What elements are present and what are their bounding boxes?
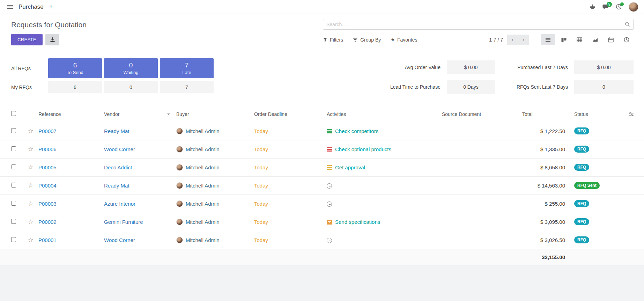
header-buyer[interactable]: Buyer (176, 107, 254, 122)
my-rfqs-label[interactable]: My RFQs (11, 85, 46, 90)
user-avatar[interactable] (629, 2, 638, 12)
debug-bug-icon[interactable] (590, 4, 595, 10)
search-bar[interactable] (323, 19, 634, 30)
reference-link[interactable]: P00004 (38, 183, 57, 189)
search-icon[interactable] (625, 22, 630, 27)
activity-view-button[interactable] (620, 34, 634, 45)
vendor-link[interactable]: Azure Interior (104, 201, 135, 207)
header-total[interactable]: Total (522, 107, 566, 122)
header-reference[interactable]: Reference (38, 107, 104, 122)
row-checkbox[interactable] (11, 128, 16, 133)
buyer-name[interactable]: Mitchell Admin (186, 146, 220, 152)
favorite-star-icon[interactable]: ☆ (28, 164, 34, 171)
activity-type-icon[interactable] (327, 165, 332, 170)
table-row[interactable]: ☆ P00005 Deco Addict Mitchell Admin Toda… (0, 158, 644, 176)
favorite-star-icon[interactable]: ☆ (28, 218, 34, 225)
filters-button[interactable]: Filters (323, 37, 343, 43)
row-checkbox[interactable] (11, 146, 16, 151)
header-optional-columns[interactable] (618, 107, 644, 122)
topbar-right-icons: 5 (590, 2, 638, 12)
activity-clock-icon[interactable] (327, 183, 332, 189)
create-button[interactable]: CREATE (11, 34, 43, 45)
buyer-name[interactable]: Mitchell Admin (186, 237, 220, 243)
row-checkbox[interactable] (11, 219, 16, 224)
calendar-view-button[interactable] (604, 34, 618, 45)
reference-link[interactable]: P00006 (38, 146, 57, 152)
filters-label: Filters (330, 37, 343, 43)
waiting-box[interactable]: 0 Waiting (104, 58, 158, 78)
group-by-button[interactable]: Group By (353, 37, 381, 43)
header-status[interactable]: Status (566, 107, 618, 122)
pager-next-button[interactable]: › (518, 35, 529, 45)
total-amount: $ 3,026.50 (540, 237, 565, 243)
activity-type-icon[interactable] (327, 147, 332, 152)
plus-icon[interactable]: + (49, 3, 53, 10)
favorites-button[interactable]: ★ Favorites (391, 37, 417, 43)
vendor-link[interactable]: Ready Mat (104, 183, 129, 189)
header-activities[interactable]: Activities (327, 107, 442, 122)
kanban-view-button[interactable] (557, 34, 571, 45)
my-waiting-tile[interactable]: 0 (104, 81, 158, 93)
purchased-last-7-days-label: Purchased Last 7 Days (501, 65, 568, 70)
table-row[interactable]: ☆ P00006 Wood Corner Mitchell Admin Toda… (0, 140, 644, 158)
pivot-view-button[interactable] (572, 34, 586, 45)
reference-link[interactable]: P00003 (38, 201, 57, 207)
favorite-star-icon[interactable]: ☆ (28, 236, 34, 243)
search-input[interactable] (326, 22, 625, 27)
header-source-document[interactable]: Source Document (442, 107, 522, 122)
row-checkbox[interactable] (11, 164, 16, 169)
reference-link[interactable]: P00001 (38, 237, 57, 243)
table-row[interactable]: ☆ P00001 Wood Corner Mitchell Admin Toda… (0, 231, 644, 249)
activity-mail-icon[interactable] (327, 220, 332, 225)
late-box[interactable]: 7 Late (160, 58, 214, 78)
graph-view-button[interactable] (588, 34, 602, 45)
row-checkbox[interactable] (11, 237, 16, 242)
app-menu-purchase[interactable]: Purchase (18, 3, 44, 10)
row-checkbox[interactable] (11, 183, 16, 188)
table-row[interactable]: ☆ P00002 Gemini Furniture Mitchell Admin… (0, 213, 644, 231)
buyer-name[interactable]: Mitchell Admin (186, 128, 220, 134)
all-rfqs-label[interactable]: All RFQs (11, 66, 46, 71)
my-late-tile[interactable]: 7 (160, 81, 214, 93)
vendor-link[interactable]: Wood Corner (104, 146, 135, 152)
hamburger-menu-icon[interactable] (6, 3, 14, 10)
reference-link[interactable]: P00005 (38, 164, 57, 170)
reference-link[interactable]: P00007 (38, 128, 57, 134)
my-to-send-tile[interactable]: 6 (48, 81, 102, 93)
activity-label[interactable]: Check competitors (335, 128, 378, 134)
pager-previous-button[interactable]: ‹ (507, 35, 518, 45)
list-view-button[interactable] (541, 34, 555, 45)
favorite-star-icon[interactable]: ☆ (28, 127, 34, 134)
header-order-deadline[interactable]: Order Deadline (254, 107, 327, 122)
reference-link[interactable]: P00002 (38, 219, 57, 225)
buyer-name[interactable]: Mitchell Admin (186, 201, 220, 207)
buyer-name[interactable]: Mitchell Admin (186, 164, 220, 170)
total-amount: $ 8,658.00 (540, 164, 565, 170)
buyer-name[interactable]: Mitchell Admin (186, 183, 220, 189)
to-send-box[interactable]: 6 To Send (48, 58, 102, 78)
messages-icon[interactable]: 5 (602, 4, 609, 10)
select-all-checkbox[interactable] (11, 111, 16, 116)
activity-clock-icon[interactable] (327, 201, 332, 207)
vendor-link[interactable]: Ready Mat (104, 128, 129, 134)
row-checkbox[interactable] (11, 201, 16, 206)
activity-label[interactable]: Send specifications (335, 219, 380, 225)
vendor-link[interactable]: Gemini Furniture (104, 219, 143, 225)
favorite-star-icon[interactable]: ☆ (28, 146, 34, 153)
favorite-star-icon[interactable]: ☆ (28, 182, 34, 189)
favorite-star-icon[interactable]: ☆ (28, 200, 34, 207)
activities-badge (620, 2, 624, 6)
activity-label[interactable]: Check optional products (335, 146, 391, 152)
table-row[interactable]: ☆ P00004 Ready Mat Mitchell Admin Today … (0, 176, 644, 194)
activity-type-icon[interactable] (327, 129, 332, 133)
activity-clock-icon[interactable] (327, 238, 332, 243)
import-button[interactable] (45, 34, 59, 45)
header-vendor[interactable]: Vendor (104, 107, 176, 122)
table-row[interactable]: ☆ P00007 Ready Mat Mitchell Admin Today … (0, 122, 644, 140)
activities-clock-icon[interactable] (616, 4, 622, 10)
table-row[interactable]: ☆ P00003 Azure Interior Mitchell Admin T… (0, 194, 644, 213)
vendor-link[interactable]: Deco Addict (104, 164, 132, 170)
activity-label[interactable]: Get approval (335, 164, 365, 170)
buyer-name[interactable]: Mitchell Admin (186, 219, 220, 225)
vendor-link[interactable]: Wood Corner (104, 237, 135, 243)
